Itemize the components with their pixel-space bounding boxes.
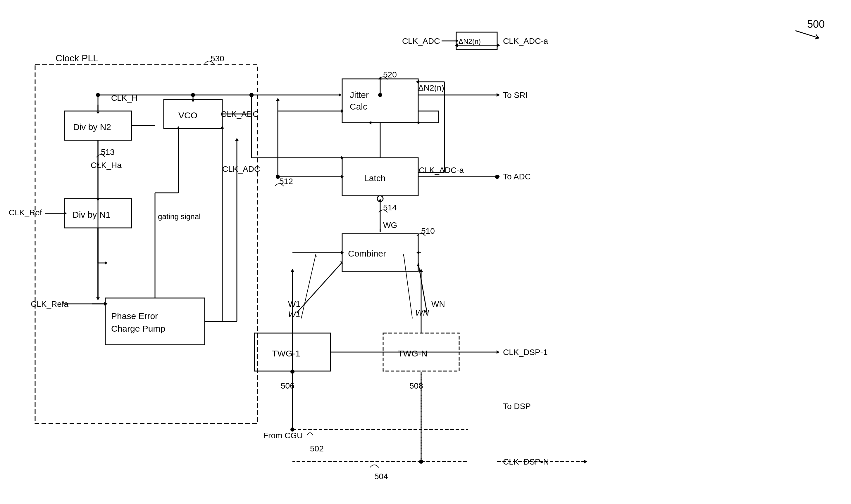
svg-marker-41 <box>221 126 224 129</box>
div-by-n1-label: Div by N1 <box>72 210 110 219</box>
to-sri-label: To SRI <box>503 91 527 100</box>
svg-point-22 <box>96 93 100 97</box>
wn-arrow-label: WN <box>415 308 429 317</box>
clk-dspn-label: CLK_DSP-N <box>503 457 549 466</box>
to-adc-label: To ADC <box>503 172 531 181</box>
svg-point-98 <box>495 175 499 179</box>
diagram-container: 500 CLK_ADC ΔN2(n) CLK_ADC-a Clock PLL 5… <box>0 0 851 504</box>
svg-line-70 <box>297 263 342 313</box>
svg-line-2 <box>815 38 819 39</box>
clock-pll-label: Clock PLL <box>55 53 98 64</box>
svg-marker-85 <box>497 350 500 354</box>
vco-label: VCO <box>178 110 197 120</box>
svg-marker-5 <box>456 39 458 43</box>
delta-n2-top: ΔN2(n) <box>458 37 481 45</box>
svg-marker-61 <box>378 199 382 202</box>
ref-502: 502 <box>310 444 324 453</box>
svg-point-113 <box>249 93 254 97</box>
wn-label: WN <box>431 300 445 308</box>
w1-label: W1 <box>288 300 300 308</box>
twg1-label: TWG-1 <box>272 348 300 358</box>
phase-error-label-2: Charge Pump <box>111 324 165 334</box>
clk-adc-a-label: CLK_ADC-a <box>419 166 464 175</box>
latch-label: Latch <box>364 173 385 183</box>
w1-arrow-label: W1 <box>288 310 300 319</box>
svg-point-79 <box>290 428 295 432</box>
figure-number: 500 <box>807 18 825 30</box>
svg-line-105 <box>403 254 412 319</box>
svg-marker-116 <box>96 198 100 201</box>
clk-ha-label: CLK_Ha <box>91 161 122 170</box>
svg-marker-8 <box>497 43 500 47</box>
ref-530: 530 <box>211 54 224 63</box>
svg-line-0 <box>796 31 819 38</box>
clk-adc-a-top: CLK_ADC-a <box>503 37 548 46</box>
jitter-calc-label-1: Jitter <box>350 90 369 100</box>
svg-point-109 <box>378 93 382 97</box>
clk-ref-label: CLK_Ref <box>9 208 42 217</box>
svg-line-103 <box>301 254 316 319</box>
svg-marker-89 <box>291 269 294 272</box>
gating-signal-label: gating signal <box>158 212 201 221</box>
to-dsp-label: To DSP <box>503 402 531 411</box>
svg-marker-46 <box>497 93 500 97</box>
ref-520: 520 <box>383 70 397 79</box>
clk-adc-label: CLK_ADC <box>222 164 260 174</box>
svg-rect-15 <box>105 298 205 345</box>
twgn-label: TWG-N <box>398 348 428 358</box>
svg-marker-14 <box>64 212 67 215</box>
svg-marker-21 <box>96 112 100 114</box>
clk-adc-jitter-label: CLK_ADC <box>221 110 259 119</box>
svg-marker-120 <box>105 261 108 265</box>
svg-point-25 <box>191 93 195 97</box>
from-cgu-label: From CGU <box>263 431 303 440</box>
jitter-calc-label-2: Calc <box>350 102 367 111</box>
svg-marker-43 <box>338 93 342 97</box>
div-by-n2-label: Div by N2 <box>73 122 111 132</box>
wg-label: WG <box>383 221 397 230</box>
svg-marker-66 <box>276 98 280 101</box>
svg-marker-38 <box>177 126 180 129</box>
combiner-label: Combiner <box>348 249 386 258</box>
svg-marker-24 <box>191 99 195 102</box>
ref-504: 504 <box>374 472 388 481</box>
clk-dsp1-label: CLK_DSP-1 <box>503 348 548 357</box>
svg-marker-87 <box>584 460 587 463</box>
svg-marker-125 <box>235 138 239 141</box>
svg-marker-50 <box>368 121 371 124</box>
phase-error-label-1: Phase Error <box>111 311 158 321</box>
svg-marker-64 <box>418 121 420 124</box>
svg-line-72 <box>418 263 427 313</box>
delta-n2-label: ΔN2(n) <box>418 83 444 92</box>
clk-adc-top-label: CLK_ADC <box>402 37 440 46</box>
svg-marker-97 <box>416 80 419 84</box>
